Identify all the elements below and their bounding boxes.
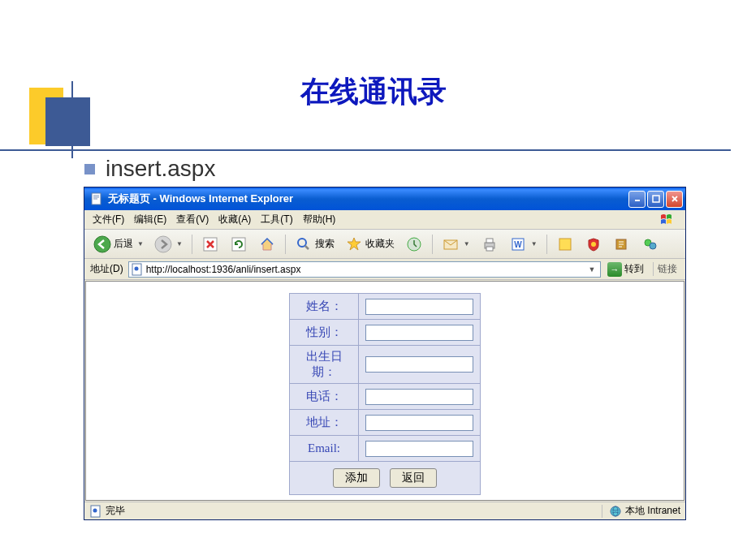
note-icon	[556, 235, 574, 253]
forward-button[interactable]: ▼	[150, 233, 187, 256]
toolbar-separator	[192, 235, 192, 254]
windows-logo-icon	[656, 212, 682, 228]
svg-point-17	[591, 242, 596, 247]
chevron-down-icon: ▼	[176, 240, 183, 248]
minimize-button[interactable]	[628, 191, 646, 208]
history-icon	[405, 235, 423, 253]
search-icon	[295, 235, 313, 253]
input-address[interactable]	[365, 415, 473, 431]
word-icon: W	[509, 235, 527, 253]
search-button[interactable]: 搜索	[291, 233, 339, 256]
svg-point-4	[155, 236, 171, 252]
bullet-text: insert.aspx	[106, 156, 215, 182]
toolbar: 后退 ▼ ▼ 搜索 收藏夹 ▼	[84, 230, 685, 259]
menu-edit[interactable]: 编辑(E)	[129, 211, 171, 228]
label-phone: 电话：	[290, 384, 359, 410]
stop-icon	[201, 235, 219, 253]
favorites-button[interactable]: 收藏夹	[341, 233, 399, 256]
address-input[interactable]	[146, 264, 585, 275]
status-bar: 完毕 本地 Intranet	[84, 502, 685, 519]
label-birthdate: 出生日期：	[290, 346, 359, 384]
menu-file[interactable]: 文件(F)	[88, 211, 129, 228]
input-email[interactable]	[365, 441, 473, 457]
mail-icon	[442, 235, 460, 253]
toolbar-separator	[546, 235, 547, 254]
input-phone[interactable]	[365, 389, 473, 405]
svg-point-22	[134, 266, 138, 270]
address-label: 地址(D)	[89, 262, 125, 276]
stop-button[interactable]	[197, 233, 223, 256]
menu-view[interactable]: 查看(V)	[171, 211, 214, 228]
bullet-icon	[84, 164, 95, 174]
label-name: 姓名：	[290, 294, 359, 320]
svg-text:W: W	[514, 240, 522, 249]
home-button[interactable]	[254, 233, 280, 256]
svg-rect-2	[653, 196, 659, 202]
back-icon	[93, 235, 111, 253]
toolbar-separator	[285, 235, 286, 254]
menu-favorites[interactable]: 收藏(A)	[214, 211, 256, 228]
close-button[interactable]	[666, 191, 683, 208]
contact-form: 姓名： 性别： 出生日期： 电话： 地址： Email:	[289, 293, 481, 495]
done-icon	[89, 505, 102, 518]
home-icon	[258, 235, 276, 253]
add-button[interactable]: 添加	[333, 468, 380, 488]
svg-rect-13	[486, 247, 493, 251]
slide-bullet: insert.aspx	[84, 156, 215, 182]
svg-point-3	[94, 236, 110, 252]
input-name[interactable]	[365, 299, 473, 315]
shield-icon	[585, 235, 602, 253]
svg-point-25	[611, 506, 620, 516]
discuss-button[interactable]	[552, 233, 578, 256]
print-button[interactable]	[477, 233, 503, 256]
slide-horizontal-line	[0, 149, 731, 151]
slide-title: 在线通讯录	[0, 72, 747, 112]
messenger-button[interactable]	[637, 233, 663, 256]
svg-rect-6	[232, 238, 245, 251]
svg-point-7	[298, 239, 306, 247]
edit-button[interactable]: W ▼	[505, 233, 542, 256]
chevron-down-icon: ▼	[464, 240, 470, 248]
svg-rect-16	[559, 239, 571, 250]
menu-tools[interactable]: 工具(T)	[256, 211, 297, 228]
return-button[interactable]: 返回	[390, 468, 437, 488]
svg-point-24	[93, 508, 97, 512]
go-arrow-icon: →	[607, 262, 622, 277]
history-button[interactable]	[401, 233, 427, 256]
maximize-button[interactable]	[647, 191, 664, 208]
mail-button[interactable]: ▼	[438, 233, 474, 256]
menu-help[interactable]: 帮助(H)	[298, 211, 341, 228]
label-email: Email:	[290, 436, 359, 462]
chevron-down-icon: ▼	[531, 240, 538, 248]
status-text: 完毕	[106, 504, 125, 518]
input-birthdate[interactable]	[365, 356, 473, 373]
ie-browser-window: 无标题页 - Windows Internet Explorer 文件(F) 编…	[84, 187, 686, 520]
zone-text: 本地 Intranet	[625, 504, 680, 518]
address-dropdown-icon[interactable]: ▼	[585, 265, 598, 274]
input-gender[interactable]	[365, 325, 473, 341]
toolbar-separator	[432, 235, 433, 254]
research-button[interactable]	[581, 233, 607, 256]
menu-bar: 文件(F) 编辑(E) 查看(V) 收藏(A) 工具(T) 帮助(H)	[84, 210, 685, 230]
label-address: 地址：	[290, 410, 359, 436]
extra-button-1[interactable]	[609, 233, 635, 256]
star-icon	[345, 235, 363, 253]
address-input-wrapper[interactable]: ▼	[128, 261, 601, 278]
window-title: 无标题页 - Windows Internet Explorer	[106, 192, 628, 206]
address-bar: 地址(D) ▼ → 转到 链接	[84, 259, 685, 280]
page-icon	[131, 263, 144, 276]
svg-line-8	[305, 246, 309, 249]
svg-point-20	[650, 243, 656, 249]
browser-content: 姓名： 性别： 出生日期： 电话： 地址： Email:	[85, 281, 684, 501]
links-label[interactable]: 链接	[653, 262, 681, 276]
go-button[interactable]: → 转到	[604, 261, 647, 278]
print-icon	[481, 235, 499, 253]
ie-page-icon	[90, 192, 103, 205]
zone-icon	[609, 505, 622, 518]
refresh-icon	[230, 235, 248, 253]
window-titlebar[interactable]: 无标题页 - Windows Internet Explorer	[84, 187, 685, 210]
media-icon	[613, 235, 631, 253]
back-button[interactable]: 后退 ▼	[89, 233, 148, 256]
refresh-button[interactable]	[226, 233, 252, 256]
svg-rect-12	[486, 239, 493, 243]
